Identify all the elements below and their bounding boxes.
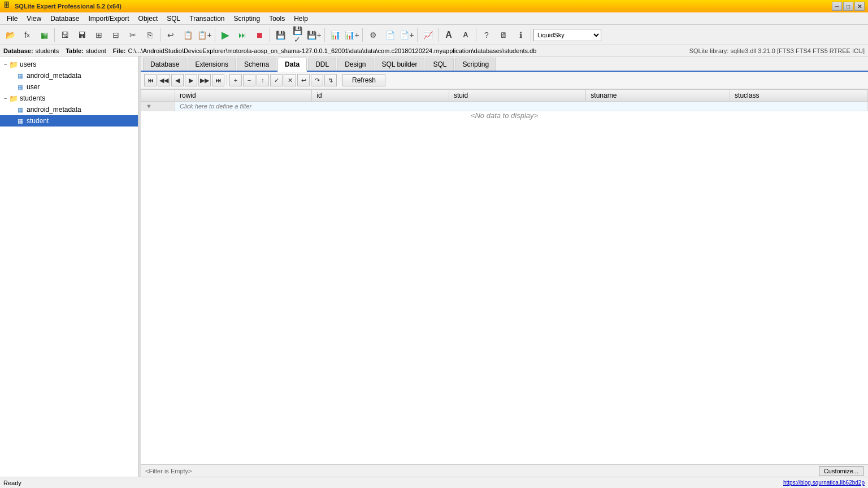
toolbar-btn-16[interactable]: 📊+ [344,27,360,43]
toolbar-btn-17[interactable]: 📄 [382,27,398,43]
sidebar-item-student[interactable]: ▦ student [0,115,138,127]
col-rowid [141,90,175,102]
toolbar-btn-15[interactable]: 📊 [327,27,343,43]
students-toggle[interactable]: − [2,95,9,102]
toolbar-settings-btn[interactable]: ⚙ [365,27,381,43]
app-icon: 🗄 [3,2,12,11]
menu-item-tools[interactable]: Tools [264,14,289,24]
toolbar-btn-18[interactable]: 📄+ [399,27,415,43]
status-url[interactable]: https://blog.squrnatica.lib62bd2p [783,480,865,486]
confirm-btn[interactable]: ✓ [270,74,283,86]
menu-item-database[interactable]: Database [46,14,84,24]
toolbar-font-bigger-btn[interactable]: A [441,27,457,43]
filter-cell[interactable] [175,102,868,111]
menu-item-transaction[interactable]: Transaction [185,14,229,24]
toolbar-btn-5[interactable]: ⊞ [91,27,107,43]
col-header-rowid[interactable]: rowid [175,90,312,102]
data-table: rowid id stuid stuname stuclass ▼ [141,89,868,464]
no-data-text: <No data to display> [471,111,538,120]
toolbar-sep-6 [362,28,363,42]
toolbar-btn-6[interactable]: ⊟ [108,27,124,43]
table-icon-3: ▦ [16,105,25,114]
theme-dropdown[interactable]: LiquidSky [533,29,601,41]
toolbar-chart-btn[interactable]: 📈 [420,27,436,43]
tab-sql_builder[interactable]: SQL builder [375,58,425,71]
tab-schema[interactable]: Schema [237,58,276,71]
filter-bar: <Filter is Empty> Customize... [141,464,868,477]
filter-status: <Filter is Empty> [145,468,192,474]
sidebar-item-user[interactable]: ▦ user [0,81,138,93]
toolbar-btn-10[interactable]: 📋 [180,27,196,43]
add-row-btn[interactable]: + [229,74,242,86]
toolbar-run-btn[interactable]: ▶ [218,27,233,43]
col-header-id[interactable]: id [312,90,449,102]
menu-item-file[interactable]: File [2,14,22,24]
reset-btn[interactable]: ↯ [324,74,337,86]
minimize-button[interactable]: ─ [832,2,842,11]
col-header-stuid[interactable]: stuid [449,90,585,102]
nav-last-btn[interactable]: ⏭ [212,74,224,86]
main-layout: − 📁 users ▦ android_metadata ▦ user − 📁 … [0,56,868,477]
toolbar-sep-3 [215,28,215,42]
nav-next-btn[interactable]: ▶ [185,74,197,86]
toolbar-fx-btn[interactable]: fx [19,27,35,43]
maximize-button[interactable]: □ [843,2,853,11]
tab-scripting[interactable]: Scripting [455,58,496,71]
menu-bar: FileViewDatabaseImport/ExportObjectSQLTr… [0,12,868,25]
move-up-btn[interactable]: ↑ [257,74,269,86]
sidebar-item-android-metadata-students[interactable]: ▦ android_metadata [0,104,138,115]
customize-button[interactable]: Customize... [819,466,863,476]
toolbar-btn-19[interactable]: 🖥 [496,27,511,43]
toolbar-btn-11[interactable]: 📋+ [197,27,212,43]
tab-extensions[interactable]: Extensions [188,58,236,71]
tab-data[interactable]: Data [277,58,307,72]
undo-btn[interactable]: ↩ [297,74,310,86]
users-toggle[interactable]: − [2,61,9,68]
toolbar-btn-3[interactable]: 🖫 [57,27,73,43]
tab-sql[interactable]: SQL [426,58,454,71]
toolbar-btn-13[interactable]: 💾✓ [289,27,305,43]
toolbar-btn-12[interactable]: 💾 [272,27,288,43]
toolbar-btn-7[interactable]: ✂ [125,27,141,43]
menu-item-help[interactable]: Help [289,14,313,24]
toolbar-stop-btn[interactable]: ⏹ [251,27,267,43]
sidebar-item-android-metadata-users[interactable]: ▦ android_metadata [0,70,138,81]
nav-next-next-btn[interactable]: ▶▶ [198,74,211,86]
sidebar-item-users[interactable]: − 📁 users [0,59,138,70]
menu-item-object[interactable]: Object [134,14,163,24]
redo-btn[interactable]: ↷ [311,74,323,86]
toolbar-info-btn[interactable]: ℹ [513,27,528,43]
toolbar-btn-9[interactable]: ↩ [163,27,179,43]
toolbar-font-smaller-btn[interactable]: A [458,27,474,43]
menu-item-scripting[interactable]: Scripting [229,14,265,24]
toolbar-btn-4[interactable]: 🖬 [74,27,90,43]
menu-item-import-export[interactable]: Import/Export [84,14,134,24]
filter-row[interactable]: ▼ [141,102,868,111]
toolbar-help-btn[interactable]: ? [479,27,494,43]
refresh-button[interactable]: Refresh [342,74,385,86]
toolbar-btn-14[interactable]: 💾+ [306,27,322,43]
nav-prev-prev-btn[interactable]: ◀◀ [158,74,170,86]
window-controls: ─ □ ✕ [832,2,865,11]
data-toolbar-sep-1 [227,75,227,85]
tab-ddl[interactable]: DDL [308,58,336,71]
tab-design[interactable]: Design [337,58,373,71]
cancel-btn[interactable]: ✕ [284,74,296,86]
toolbar-btn-8[interactable]: ⎘ [142,27,158,43]
close-button[interactable]: ✕ [854,2,865,11]
toolbar-open-btn[interactable]: 📂 [2,27,18,43]
col-header-stuclass[interactable]: stuclass [730,90,868,102]
filter-input[interactable] [180,103,863,110]
nav-first-btn[interactable]: ⏮ [144,74,157,86]
col-header-stuname[interactable]: stuname [586,90,730,102]
toolbar-excel-btn[interactable]: ▦ [36,27,52,43]
table-icon-1: ▦ [16,71,25,80]
menu-item-view[interactable]: View [22,14,46,24]
nav-prev-btn[interactable]: ◀ [171,74,184,86]
toolbar-run-next-btn[interactable]: ⏭ [235,27,250,43]
tab-database[interactable]: Database [143,58,186,71]
android-metadata-users-label: android_metadata [27,72,81,80]
delete-row-btn[interactable]: − [243,74,255,86]
menu-item-sql[interactable]: SQL [162,14,185,24]
sidebar-item-students[interactable]: − 📁 students [0,93,138,104]
